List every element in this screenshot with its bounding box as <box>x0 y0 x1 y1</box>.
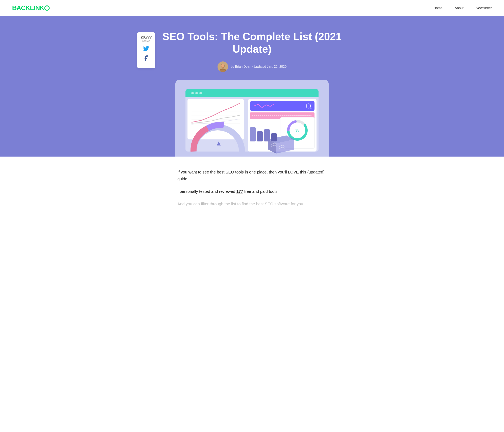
intro-paragraph-2: I personally tested and reviewed 177 fre… <box>177 188 327 195</box>
svg-point-4 <box>221 64 224 67</box>
svg-rect-8 <box>185 93 319 97</box>
svg-point-9 <box>191 92 194 94</box>
nav-item-newsletter[interactable]: Newsletter <box>476 6 492 10</box>
twitter-icon <box>143 46 149 53</box>
author-row: by Brian Dean · Updated Jan. 22, 2020 <box>161 62 343 72</box>
author-avatar <box>217 62 228 72</box>
svg-rect-34 <box>257 131 263 141</box>
nav-item-about[interactable]: About <box>455 6 463 10</box>
facebook-share-button[interactable] <box>142 55 151 64</box>
logo[interactable]: BACKLINK <box>12 4 50 12</box>
share-count: 20,777 <box>141 35 152 39</box>
intro-2-suffix: free and paid tools. <box>243 189 279 194</box>
share-label: shares <box>141 39 152 43</box>
share-widget: 20,777 shares <box>137 32 155 68</box>
logo-o <box>44 5 50 11</box>
nav-item-home[interactable]: Home <box>433 6 442 10</box>
avatar-svg <box>217 62 228 72</box>
author-byline: by Brian Dean · Updated Jan. 22, 2020 <box>231 65 287 69</box>
hero-inner: 20,777 shares SEO Tools: The Complete Li… <box>161 28 343 157</box>
intro-paragraph-1: If you want to see the best SEO tools in… <box>177 169 327 182</box>
intro-paragraph-3: And you can filter through the list to f… <box>177 201 327 207</box>
content-area: If you want to see the best SEO tools in… <box>169 157 335 215</box>
svg-point-10 <box>195 92 198 94</box>
hero-illustration: % <box>181 86 323 157</box>
svg-point-11 <box>199 92 202 94</box>
intro-2-bold: 177 <box>236 189 243 194</box>
nav-link-newsletter[interactable]: Newsletter <box>476 6 492 10</box>
illustration-svg: % <box>181 86 323 157</box>
svg-rect-33 <box>250 127 256 141</box>
svg-rect-35 <box>264 129 270 141</box>
svg-rect-36 <box>271 133 277 141</box>
hero-section: 20,777 shares SEO Tools: The Complete Li… <box>0 16 504 157</box>
intro-2-prefix: I personally tested and reviewed <box>177 189 236 194</box>
nav-link-about[interactable]: About <box>455 6 463 10</box>
navbar: BACKLINK Home About Newsletter <box>0 0 504 16</box>
hero-title: SEO Tools: The Complete List (2021 Updat… <box>161 28 343 55</box>
facebook-icon <box>144 55 148 63</box>
twitter-share-button[interactable] <box>142 45 151 54</box>
nav-links: Home About Newsletter <box>433 6 492 10</box>
hero-image-card: % <box>175 80 329 157</box>
svg-text:%: % <box>296 128 299 132</box>
nav-link-home[interactable]: Home <box>433 6 442 10</box>
